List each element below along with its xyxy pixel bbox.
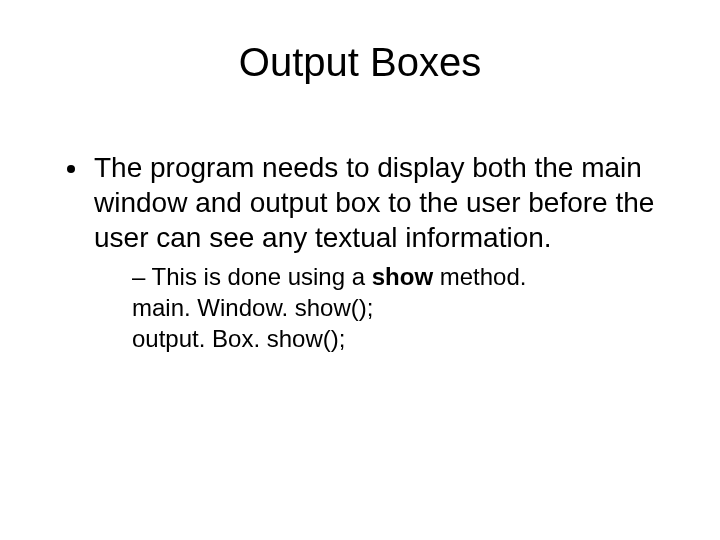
code-line-1: main. Window. show(); [132, 292, 660, 323]
slide: Output Boxes The program needs to displa… [0, 0, 720, 540]
bullet-text-1: The program needs to display both the ma… [94, 152, 654, 253]
bullet-list: The program needs to display both the ma… [60, 150, 660, 355]
sub-bullet-1: This is done using a show method. [132, 263, 526, 290]
sub-bold: show [372, 263, 433, 290]
slide-body: The program needs to display both the ma… [60, 150, 660, 363]
sub-block: This is done using a show method. main. … [94, 261, 660, 355]
sub-suffix: method. [433, 263, 526, 290]
sub-prefix: This is done using a [152, 263, 372, 290]
code-line-2: output. Box. show(); [132, 323, 660, 354]
bullet-item-1: The program needs to display both the ma… [90, 150, 660, 355]
slide-title: Output Boxes [0, 40, 720, 85]
